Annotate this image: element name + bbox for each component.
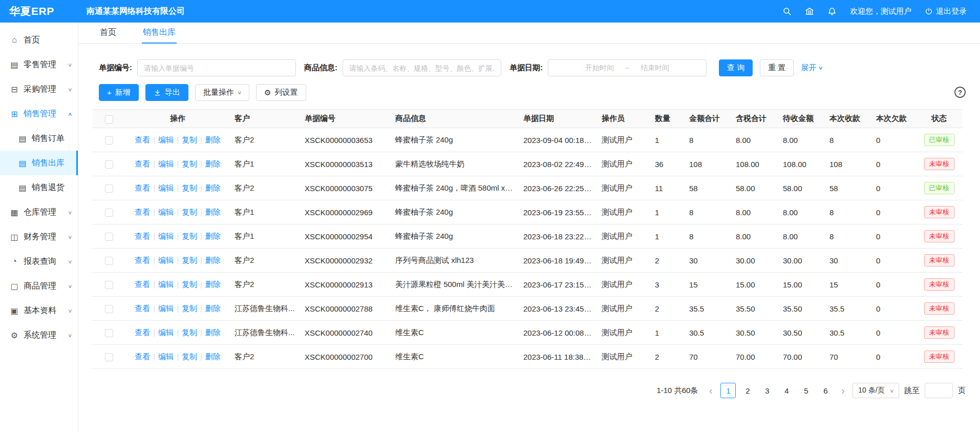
search-icon[interactable]: [782, 7, 792, 16]
row-checkbox[interactable]: [105, 209, 113, 217]
view-link[interactable]: 查看: [135, 304, 150, 313]
delete-link[interactable]: 删除: [205, 208, 221, 216]
sidebar-item-sales-order[interactable]: ▤ 销售订单: [0, 126, 78, 151]
edit-link[interactable]: 编辑: [158, 183, 174, 192]
bell-icon[interactable]: [827, 7, 837, 16]
page-button-5[interactable]: 5: [798, 383, 814, 398]
sidebar-item-sales[interactable]: ⊞ 销售管理 ∧: [0, 101, 78, 126]
view-link[interactable]: 查看: [135, 352, 150, 361]
sidebar-item-finance[interactable]: ◫ 财务管理 ∨: [0, 224, 78, 249]
product-info-input[interactable]: [343, 59, 501, 76]
page-button-3[interactable]: 3: [759, 383, 775, 398]
row-checkbox[interactable]: [105, 329, 113, 337]
tab-sales-outbound[interactable]: 销售出库: [142, 23, 177, 44]
row-checkbox[interactable]: [105, 160, 113, 169]
row-checkbox[interactable]: [105, 233, 113, 241]
copy-link[interactable]: 复制: [182, 352, 197, 361]
delete-link[interactable]: 删除: [205, 232, 221, 240]
date-range-input[interactable]: 开始时间 ~ 结束时间: [548, 59, 707, 76]
copy-link[interactable]: 复制: [182, 208, 197, 216]
delete-link[interactable]: 删除: [205, 304, 221, 313]
next-page-button[interactable]: ›: [838, 383, 847, 398]
sidebar-item-home[interactable]: ⌂ 首页: [0, 28, 78, 52]
delete-link[interactable]: 删除: [205, 352, 221, 361]
sidebar-item-purchase[interactable]: ⊟ 采购管理 ∨: [0, 77, 78, 101]
copy-link[interactable]: 复制: [182, 328, 197, 337]
row-checkbox[interactable]: [105, 184, 113, 193]
view-link[interactable]: 查看: [135, 280, 150, 289]
view-link[interactable]: 查看: [135, 232, 150, 240]
status-cell: 已审核: [915, 176, 963, 200]
pagination-total: 1-10 共60条: [656, 386, 698, 396]
edit-link[interactable]: 编辑: [158, 135, 174, 144]
search-button[interactable]: 查 询: [719, 59, 753, 76]
delete-link[interactable]: 删除: [205, 159, 221, 168]
view-link[interactable]: 查看: [135, 183, 150, 192]
page-button-2[interactable]: 2: [740, 383, 755, 398]
receivable-cell: 30.50: [778, 321, 825, 345]
status-cell: 未审核: [915, 321, 963, 345]
view-link[interactable]: 查看: [135, 328, 150, 337]
view-link[interactable]: 查看: [135, 208, 150, 216]
copy-link[interactable]: 复制: [182, 304, 197, 313]
sidebar-item-sales-outbound[interactable]: ▤ 销售出库: [0, 151, 78, 175]
delete-link[interactable]: 删除: [205, 328, 221, 337]
row-checkbox[interactable]: [105, 136, 113, 145]
expand-link[interactable]: 展开 ∨: [801, 63, 822, 73]
jump-page-input[interactable]: [925, 383, 953, 398]
page-button-4[interactable]: 4: [779, 383, 794, 398]
column-settings-button[interactable]: ⚙ 列设置: [256, 84, 306, 101]
copy-link[interactable]: 复制: [182, 280, 197, 289]
chevron-icon: ∨: [68, 87, 73, 92]
sidebar-item-basic[interactable]: ▣ 基本资料 ∨: [0, 298, 78, 323]
select-all-checkbox[interactable]: [105, 115, 113, 124]
edit-link[interactable]: 编辑: [158, 159, 174, 168]
edit-link[interactable]: 编辑: [158, 280, 174, 289]
copy-link[interactable]: 复制: [182, 183, 197, 192]
page-size-select[interactable]: 10 条/页 ∨: [853, 383, 899, 398]
prev-page-button[interactable]: ‹: [706, 383, 715, 398]
add-button[interactable]: + 新增: [99, 84, 139, 101]
delete-link[interactable]: 删除: [205, 280, 221, 289]
copy-link[interactable]: 复制: [182, 159, 197, 168]
page-button-6[interactable]: 6: [818, 383, 833, 398]
batch-operations-button[interactable]: 批量操作 ∨: [195, 84, 249, 101]
view-link[interactable]: 查看: [135, 256, 150, 264]
edit-link[interactable]: 编辑: [158, 208, 174, 216]
row-checkbox[interactable]: [105, 281, 113, 289]
copy-link[interactable]: 复制: [182, 135, 197, 144]
reset-button[interactable]: 重 置: [760, 59, 794, 76]
doc-no-input[interactable]: [137, 59, 296, 76]
sidebar-item-sales-return[interactable]: ▤ 销售退货: [0, 175, 78, 200]
copy-link[interactable]: 复制: [182, 256, 197, 264]
sidebar-item-warehouse[interactable]: ▦ 仓库管理 ∨: [0, 200, 78, 224]
edit-link[interactable]: 编辑: [158, 304, 174, 313]
delete-link[interactable]: 删除: [205, 183, 221, 192]
sidebar-item-reports[interactable]: ◔ 报表查询 ∨: [0, 249, 78, 274]
bank-icon[interactable]: [805, 7, 814, 16]
logout-button[interactable]: 退出登录: [925, 7, 967, 16]
sidebar-item-goods[interactable]: ▢ 商品管理 ∨: [0, 274, 78, 298]
received-cell: 8: [825, 224, 871, 249]
delete-link[interactable]: 删除: [205, 256, 221, 264]
export-button[interactable]: 导出: [145, 84, 188, 101]
delete-link[interactable]: 删除: [205, 135, 221, 144]
date-cell: 2023-08-02 22:49:24: [519, 152, 597, 176]
page-button-1[interactable]: 1: [720, 383, 736, 398]
edit-link[interactable]: 编辑: [158, 328, 174, 337]
copy-link[interactable]: 复制: [182, 232, 197, 240]
view-link[interactable]: 查看: [135, 135, 150, 144]
row-checkbox[interactable]: [105, 305, 113, 313]
tab-home[interactable]: 首页: [99, 23, 117, 44]
row-checkbox[interactable]: [105, 257, 113, 265]
sidebar-item-system[interactable]: ⚙ 系统管理 ∨: [0, 323, 78, 347]
edit-link[interactable]: 编辑: [158, 352, 174, 361]
help-icon[interactable]: ?: [954, 87, 966, 98]
sidebar-item-retail[interactable]: ▤ 零售管理 ∨: [0, 52, 78, 77]
view-link[interactable]: 查看: [135, 159, 150, 168]
row-checkbox[interactable]: [105, 353, 113, 361]
edit-link[interactable]: 编辑: [158, 256, 174, 264]
select-all-cell: [93, 110, 125, 128]
checkbox-cell: [93, 224, 125, 249]
edit-link[interactable]: 编辑: [158, 232, 174, 240]
